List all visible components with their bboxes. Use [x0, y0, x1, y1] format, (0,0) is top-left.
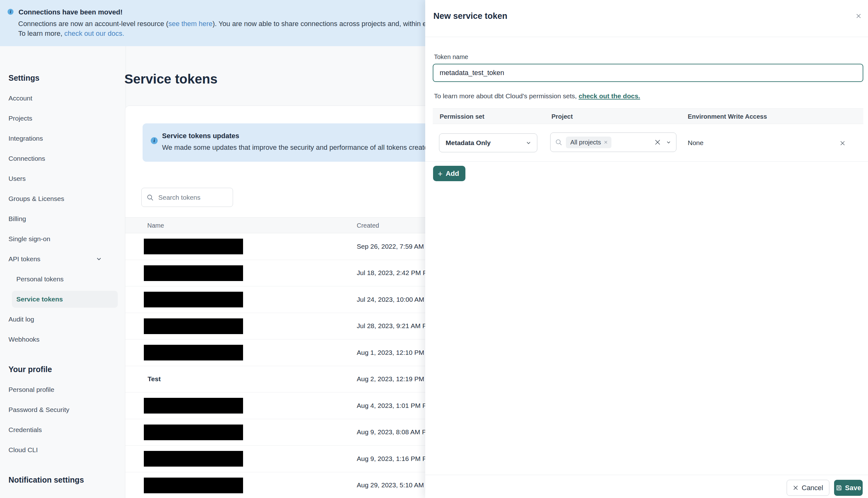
- sidebar-item-label: Integrations: [9, 135, 43, 142]
- add-permission-button[interactable]: + Add: [433, 166, 465, 181]
- env-write-access-value: None: [688, 139, 703, 147]
- redacted-token-name: [144, 239, 243, 254]
- sidebar-item-label: Projects: [9, 115, 32, 122]
- env-write-access-header: Environment Write Access: [688, 109, 767, 124]
- chevron-down-icon: [96, 256, 102, 262]
- cancel-button-label: Cancel: [802, 484, 823, 492]
- chip-label: All projects: [570, 139, 601, 146]
- new-service-token-panel: New service token Token name To learn mo…: [425, 0, 868, 498]
- panel-title: New service token: [433, 11, 508, 21]
- sidebar-item-credentials[interactable]: Credentials: [0, 420, 126, 440]
- redacted-token-name: [144, 451, 243, 467]
- sidebar-nav: SettingsAccountProjectsIntegrationsConne…: [0, 46, 126, 498]
- permission-set-value: Metadata Only: [446, 139, 491, 147]
- sidebar-item-audit-log[interactable]: Audit log: [0, 309, 126, 329]
- token-created-date: Aug 9, 2023, 8:08 AM P: [357, 428, 426, 436]
- info-icon: i: [151, 137, 158, 144]
- sidebar-item-single-sign-on[interactable]: Single sign-on: [0, 229, 126, 249]
- search-input[interactable]: [158, 194, 221, 201]
- sidebar-heading-notification-settings: Notification settings: [9, 474, 126, 486]
- token-created-date: Aug 2, 2023, 12:19 PM P: [357, 375, 431, 383]
- plus-icon: +: [438, 170, 443, 178]
- sidebar-item-label: Service tokens: [16, 296, 63, 303]
- project-header: Project: [551, 109, 573, 124]
- sidebar-item-label: API tokens: [9, 255, 40, 263]
- token-created-date: Jul 24, 2023, 10:00 AM: [357, 296, 424, 303]
- divider: [425, 37, 868, 37]
- sidebar-item-users[interactable]: Users: [0, 169, 126, 189]
- sidebar-item-label: Personal profile: [9, 386, 54, 393]
- remove-row-icon[interactable]: [837, 137, 849, 149]
- sidebar-item-label: Password & Security: [9, 406, 69, 414]
- redacted-token-name: [144, 398, 243, 414]
- cancel-button[interactable]: Cancel: [787, 480, 829, 496]
- project-multiselect[interactable]: All projects: [550, 132, 676, 152]
- info-icon: i: [8, 9, 13, 15]
- redacted-token-name: [144, 477, 243, 493]
- sidebar-item-label: Users: [9, 175, 26, 182]
- sidebar-heading-settings: Settings: [9, 72, 126, 84]
- see-them-here-link[interactable]: see them here: [168, 20, 213, 28]
- sidebar-heading-your-profile: Your profile: [9, 363, 126, 375]
- banner-learn-more: To learn more, check out our docs.: [18, 29, 124, 38]
- search-icon: [555, 139, 563, 146]
- token-created-date: Aug 9, 2023, 1:16 PM P: [357, 455, 427, 462]
- sidebar-item-personal-tokens[interactable]: Personal tokens: [0, 269, 126, 289]
- search-box: [141, 188, 233, 207]
- redacted-token-name: [144, 292, 243, 307]
- check-docs-link[interactable]: check out the docs.: [578, 92, 640, 100]
- sidebar-item-label: Cloud CLI: [9, 446, 38, 454]
- sidebar-item-label: Credentials: [9, 426, 42, 434]
- token-created-date: Aug 1, 2023, 12:10 PM P: [357, 349, 431, 356]
- created-column-header: Created: [357, 218, 379, 234]
- app-window: i Connections have been moved! Connectio…: [0, 0, 868, 498]
- token-created-date: Sep 26, 2022, 7:59 AM P: [357, 243, 430, 250]
- save-button-label: Save: [845, 484, 861, 492]
- clear-selection-icon[interactable]: [654, 139, 661, 146]
- sidebar-item-password-security[interactable]: Password & Security: [0, 400, 126, 420]
- chevron-down-icon[interactable]: [666, 140, 671, 145]
- save-icon: [836, 485, 842, 491]
- sidebar-item-label: Audit log: [9, 316, 34, 323]
- check-docs-link[interactable]: check out our docs.: [64, 29, 124, 37]
- sidebar-item-webhooks[interactable]: Webhooks: [0, 329, 126, 350]
- redacted-token-name: [144, 345, 243, 361]
- sidebar-item-billing[interactable]: Billing: [0, 209, 126, 229]
- redacted-token-name: [144, 265, 243, 281]
- sidebar-item-personal-profile[interactable]: Personal profile: [0, 380, 126, 400]
- sidebar-item-cloud-cli[interactable]: Cloud CLI: [0, 440, 126, 460]
- page-title: Service tokens: [124, 71, 218, 87]
- close-icon[interactable]: [853, 10, 864, 22]
- save-button[interactable]: Save: [834, 480, 863, 496]
- sidebar-item-api-tokens[interactable]: API tokens: [0, 249, 126, 269]
- token-name-label: Token name: [434, 53, 468, 61]
- token-name-input[interactable]: [433, 64, 863, 82]
- all-projects-chip[interactable]: All projects: [566, 136, 611, 148]
- token-name: Test: [148, 375, 161, 383]
- sidebar-item-label: Account: [9, 94, 32, 102]
- permission-set-header: Permission set: [440, 109, 484, 124]
- sidebar-item-groups-licenses[interactable]: Groups & Licenses: [0, 189, 126, 209]
- redacted-token-name: [144, 424, 243, 440]
- add-button-label: Add: [446, 170, 459, 178]
- permissions-grid-header: Permission set Project Environment Write…: [433, 108, 863, 124]
- token-created-date: Jul 18, 2023, 2:42 PM P: [357, 269, 427, 277]
- sidebar-item-label: Groups & Licenses: [9, 195, 64, 202]
- token-created-date: Aug 4, 2023, 1:01 PM P: [357, 402, 427, 409]
- sidebar-item-label: Connections: [9, 155, 45, 162]
- search-icon: [146, 194, 154, 201]
- name-column-header: Name: [147, 218, 164, 234]
- permission-set-select[interactable]: Metadata Only: [439, 133, 537, 152]
- chip-remove-icon[interactable]: [604, 140, 608, 144]
- sidebar-item-projects[interactable]: Projects: [0, 108, 126, 128]
- sidebar-item-integrations[interactable]: Integrations: [0, 128, 126, 148]
- sidebar-item-label: Webhooks: [9, 336, 40, 343]
- sidebar-item-connections[interactable]: Connections: [0, 148, 126, 169]
- updates-body: We made some updates that improve the se…: [162, 144, 432, 152]
- cancel-x-icon: [793, 485, 798, 490]
- banner-body: Connections are now an account-level res…: [18, 20, 446, 28]
- sidebar-item-label: Personal tokens: [16, 275, 64, 283]
- sidebar-item-service-tokens[interactable]: Service tokens: [12, 291, 118, 308]
- sidebar-item-account[interactable]: Account: [0, 88, 126, 108]
- sidebar-item-label: Single sign-on: [9, 235, 50, 243]
